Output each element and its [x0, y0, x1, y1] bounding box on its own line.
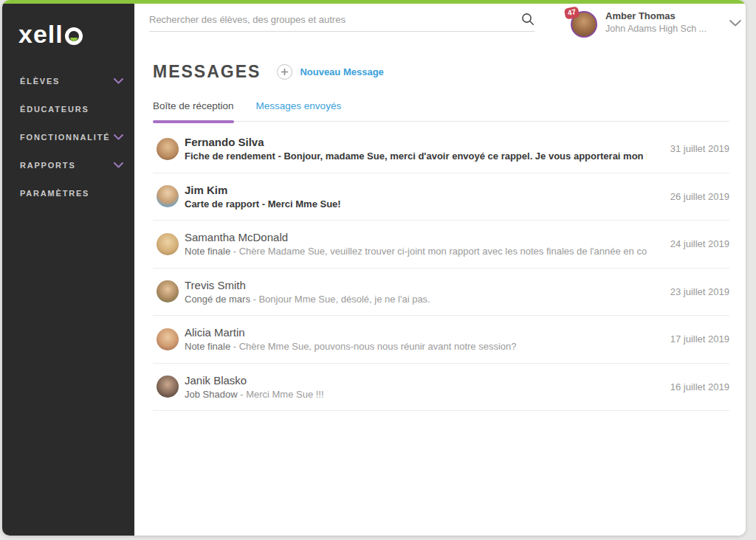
sidebar-item-fonctionnalite[interactable]: FONCTIONNALITÉ: [2, 123, 134, 151]
message-date: 26 juillet 2019: [647, 191, 729, 202]
sender-name: Janik Blasko: [185, 374, 647, 387]
sidebar-item-educateurs[interactable]: ÉDUCATEURS: [2, 95, 134, 123]
new-message-label: Nouveau Message: [300, 66, 383, 77]
message-text: Janik Blasko Job Shadow - Merci Mme Sue …: [185, 374, 647, 400]
message-body: Chère Mme Sue, pouvons-nous nous réunir …: [239, 341, 517, 352]
message-date: 17 juillet 2019: [647, 333, 729, 345]
message-date: 16 juillet 2019: [647, 381, 729, 392]
search-bar: [149, 13, 535, 32]
message-row[interactable]: Alicia Martin Note finale - Chère Mme Su…: [153, 316, 729, 364]
message-row[interactable]: Fernando Silva Fiche de rendement - Bonj…: [153, 125, 729, 173]
avatar: [157, 138, 179, 160]
separator: -: [259, 198, 268, 210]
app-window: xell ÉLÈVES ÉDUCATEURS FONCTIONNALITÉ RA…: [2, 0, 746, 536]
message-date: 24 juillet 2019: [647, 238, 729, 249]
message-body: Merci Mme Sue !!!: [246, 389, 323, 400]
tab-bar: Boîte de réception Messages envoyés: [153, 100, 729, 122]
sender-name: Fernando Silva: [185, 136, 647, 148]
message-row[interactable]: Trevis Smith Congé de mars - Bonjour Mme…: [153, 269, 729, 316]
message-text: Jim Kim Carte de rapport - Merci Mme Sue…: [185, 184, 647, 210]
message-date: 31 juillet 2019: [647, 143, 729, 154]
sidebar-item-label: ÉLÈVES: [20, 77, 60, 86]
sender-name: Jim Kim: [185, 184, 647, 196]
sidebar-item-rapports[interactable]: RAPPORTS: [2, 151, 134, 179]
message-text: Trevis Smith Congé de mars - Bonjour Mme…: [185, 279, 647, 305]
message-subject: Fiche de rendement: [185, 150, 275, 162]
message-preview: Job Shadow - Merci Mme Sue !!!: [185, 389, 647, 400]
message-preview: Note finale - Chère Madame Sue, veuillez…: [185, 246, 647, 257]
user-school: John Adams High Sch ...: [605, 23, 707, 35]
logo-text: xell: [18, 24, 63, 45]
avatar: [157, 280, 179, 302]
sidebar-item-label: FONCTIONNALITÉ: [20, 133, 110, 142]
avatar: [157, 328, 179, 350]
search-input[interactable]: [149, 14, 521, 25]
top-bar: 47 Amber Thomas John Adams High Sch ...: [134, 4, 746, 49]
sender-name: Samantha McDonald: [185, 231, 647, 243]
chevron-down-icon: [114, 162, 123, 168]
separator: -: [230, 341, 239, 352]
message-body: Merci Mme Sue!: [268, 198, 341, 210]
separator: -: [238, 389, 247, 400]
message-body: Chère Madame Sue, veuillez trouver ci-jo…: [239, 246, 647, 257]
user-name: Amber Thomas: [605, 10, 707, 23]
main-panel: 47 Amber Thomas John Adams High Sch ... …: [134, 4, 746, 536]
xello-logo[interactable]: xell: [18, 24, 134, 45]
message-list: Fernando Silva Fiche de rendement - Bonj…: [153, 125, 729, 411]
user-menu[interactable]: 47 Amber Thomas John Adams High Sch ...: [566, 8, 743, 38]
logo-o-icon: [65, 27, 83, 45]
message-body: Bonjour, madame Sue, merci d'avoir envoy…: [284, 150, 647, 162]
messages-page: MESSAGES Nouveau Message Boîte de récept…: [134, 49, 746, 536]
sidebar: xell ÉLÈVES ÉDUCATEURS FONCTIONNALITÉ RA…: [2, 4, 134, 536]
message-subject: Congé de mars: [185, 294, 250, 305]
user-avatar-wrap: 47: [566, 8, 597, 38]
avatar: [157, 375, 179, 398]
tab-inbox[interactable]: Boîte de réception: [153, 100, 234, 121]
message-text: Alicia Martin Note finale - Chère Mme Su…: [185, 326, 647, 352]
message-row[interactable]: Jim Kim Carte de rapport - Merci Mme Sue…: [153, 173, 729, 221]
chevron-down-icon: [114, 78, 123, 84]
message-preview: Congé de mars - Bonjour Mme Sue, désolé,…: [185, 294, 647, 305]
tab-sent[interactable]: Messages envoyés: [256, 100, 342, 121]
plus-icon: [277, 64, 292, 80]
chevron-down-icon: [114, 134, 123, 140]
message-subject: Note finale: [185, 341, 230, 352]
sidebar-nav: ÉLÈVES ÉDUCATEURS FONCTIONNALITÉ RAPPORT…: [2, 67, 134, 207]
message-text: Samantha McDonald Note finale - Chère Ma…: [185, 231, 647, 257]
message-date: 23 juillet 2019: [647, 286, 729, 297]
sender-name: Alicia Martin: [185, 326, 647, 339]
sidebar-item-parametres[interactable]: PARAMÈTRES: [2, 179, 134, 207]
message-text: Fernando Silva Fiche de rendement - Bonj…: [185, 136, 647, 162]
message-subject: Note finale: [185, 246, 230, 257]
chevron-down-icon[interactable]: [729, 20, 741, 27]
avatar: [157, 185, 179, 207]
sender-name: Trevis Smith: [185, 279, 647, 291]
message-preview: Note finale - Chère Mme Sue, pouvons-nou…: [185, 341, 647, 352]
search-icon[interactable]: [521, 13, 535, 26]
sidebar-item-eleves[interactable]: ÉLÈVES: [2, 67, 134, 95]
message-row[interactable]: Janik Blasko Job Shadow - Merci Mme Sue …: [153, 364, 729, 412]
message-subject: Carte de rapport: [185, 198, 259, 210]
message-preview: Carte de rapport - Merci Mme Sue!: [185, 198, 647, 210]
sidebar-item-label: RAPPORTS: [20, 161, 76, 170]
separator: -: [230, 246, 239, 257]
sidebar-item-label: ÉDUCATEURS: [20, 105, 89, 114]
separator: -: [275, 150, 284, 162]
user-info: Amber Thomas John Adams High Sch ...: [605, 10, 707, 35]
message-preview: Fiche de rendement - Bonjour, madame Sue…: [185, 150, 647, 162]
avatar: [157, 233, 179, 255]
message-body: Bonjour Mme Sue, désolé, je ne l'ai pas.: [258, 294, 430, 305]
page-title: MESSAGES: [153, 62, 261, 82]
message-subject: Job Shadow: [185, 389, 238, 400]
sidebar-item-label: PARAMÈTRES: [20, 189, 89, 198]
title-row: MESSAGES Nouveau Message: [153, 49, 729, 82]
new-message-button[interactable]: Nouveau Message: [277, 64, 383, 80]
message-row[interactable]: Samantha McDonald Note finale - Chère Ma…: [153, 221, 729, 269]
separator: -: [250, 294, 259, 305]
